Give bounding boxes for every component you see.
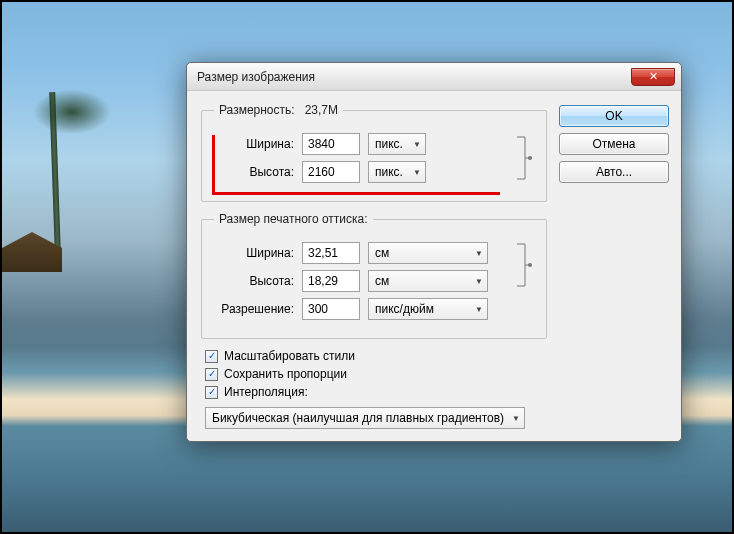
print-size-group: Размер печатного оттиска: Ширина: 32,51 …	[201, 212, 547, 339]
scale-styles-label: Масштабировать стили	[224, 349, 355, 363]
chevron-down-icon: ▼	[475, 277, 483, 286]
image-size-dialog: Размер изображения ✕ Размерность: 23,7M …	[186, 62, 682, 442]
print-height-unit-select[interactable]: см▼	[368, 270, 488, 292]
resolution-label: Разрешение:	[214, 302, 294, 316]
resolution-unit-select[interactable]: пикс/дюйм▼	[368, 298, 488, 320]
dialog-title: Размер изображения	[197, 70, 315, 84]
link-icon	[514, 240, 534, 290]
close-button[interactable]: ✕	[631, 68, 675, 86]
chevron-down-icon: ▼	[512, 414, 520, 423]
svg-point-1	[528, 263, 532, 267]
resolution-input[interactable]: 300	[302, 298, 360, 320]
bg-hut	[2, 232, 62, 272]
print-height-label: Высота:	[214, 274, 294, 288]
link-icon	[514, 127, 534, 189]
print-width-label: Ширина:	[214, 246, 294, 260]
highlight-marker	[212, 135, 500, 195]
print-width-input[interactable]: 32,51	[302, 242, 360, 264]
resample-checkbox[interactable]: ✓	[205, 386, 218, 399]
close-icon: ✕	[649, 70, 658, 82]
pixel-dimensions-legend: Размерность: 23,7M	[214, 103, 343, 117]
auto-button[interactable]: Авто...	[559, 161, 669, 183]
bg-palm-fronds	[12, 72, 132, 152]
print-height-input[interactable]: 18,29	[302, 270, 360, 292]
constrain-proportions-checkbox[interactable]: ✓	[205, 368, 218, 381]
dialog-titlebar[interactable]: Размер изображения ✕	[187, 63, 681, 91]
print-width-unit-select[interactable]: см▼	[368, 242, 488, 264]
ok-button[interactable]: OK	[559, 105, 669, 127]
chevron-down-icon: ▼	[475, 249, 483, 258]
cancel-button[interactable]: Отмена	[559, 133, 669, 155]
print-size-legend: Размер печатного оттиска:	[214, 212, 373, 226]
scale-styles-checkbox[interactable]: ✓	[205, 350, 218, 363]
interpolation-label: Интерполяция:	[224, 385, 308, 399]
interpolation-method-select[interactable]: Бикубическая (наилучшая для плавных град…	[205, 407, 525, 429]
pixel-dimensions-group: Размерность: 23,7M Ширина: 3840 пикс.▼	[201, 103, 547, 202]
chevron-down-icon: ▼	[475, 305, 483, 314]
constrain-proportions-label: Сохранить пропорции	[224, 367, 347, 381]
svg-point-0	[528, 156, 532, 160]
